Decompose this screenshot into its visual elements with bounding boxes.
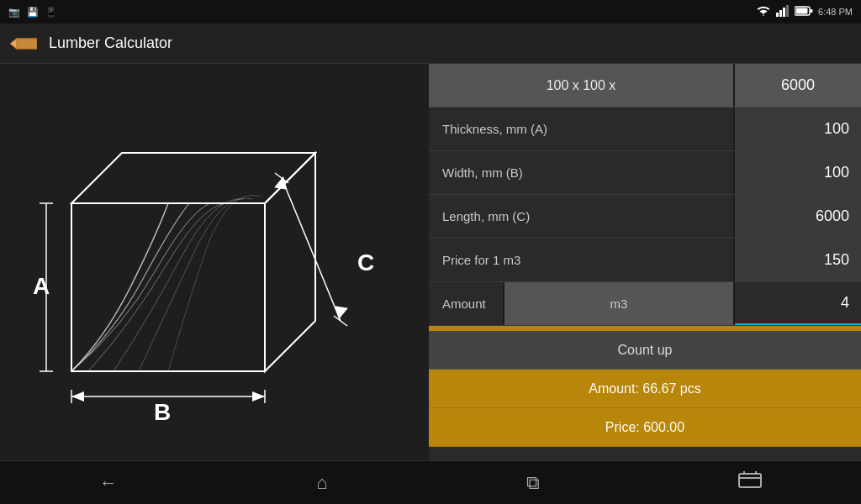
dimension-label: 100 x 100 x (429, 64, 735, 107)
length-label: Length, mm (C) (429, 195, 735, 238)
svg-rect-30 (739, 474, 761, 487)
status-right: 6:48 PM (756, 5, 853, 19)
svg-rect-0 (776, 13, 779, 17)
width-value[interactable]: 100 (735, 151, 861, 194)
thickness-row: Thickness, mm (A) 100 (429, 108, 861, 151)
price-value[interactable]: 150 (735, 239, 861, 281)
signal-icon (776, 5, 790, 19)
price-row: Price for 1 m3 150 (429, 239, 861, 282)
price-label: Price for 1 m3 (429, 239, 735, 281)
amount-value[interactable]: 4 (735, 282, 861, 325)
wifi-icon (756, 5, 771, 19)
screenshot-button[interactable] (738, 471, 762, 495)
length-row: Length, mm (C) 6000 (429, 195, 861, 239)
svg-rect-5 (811, 9, 813, 13)
amount-label: Amount (429, 282, 504, 325)
lumber-svg: A B C (21, 102, 408, 422)
svg-text:B: B (154, 399, 171, 422)
lumber-icon (10, 35, 37, 52)
status-bar: 📷 💾 📱 6:48 PM (0, 0, 861, 24)
length-value[interactable]: 6000 (735, 195, 861, 238)
svg-marker-8 (10, 38, 17, 49)
thickness-label: Thickness, mm (A) (429, 108, 735, 150)
back-button[interactable]: ← (99, 472, 118, 494)
svg-text:A: A (33, 273, 50, 299)
notification-icon-1: 📷 (8, 7, 20, 18)
result-price: Price: 600.00 (429, 408, 861, 447)
width-row: Width, mm (B) 100 (429, 151, 861, 195)
svg-rect-1 (779, 10, 782, 17)
svg-rect-10 (21, 102, 408, 422)
home-button[interactable]: ⌂ (316, 472, 327, 494)
main-content: A B C 100 x 100 x 6000 (0, 64, 861, 460)
svg-rect-6 (796, 8, 808, 13)
amount-unit-selector[interactable]: m3 (504, 282, 735, 325)
diagram-area: A B C (0, 64, 429, 460)
status-left: 📷 💾 📱 (8, 7, 57, 18)
svg-text:C: C (357, 249, 374, 276)
recents-button[interactable]: ⧉ (526, 472, 540, 494)
result-amount: Amount: 66.67 pcs (429, 370, 861, 408)
thickness-value[interactable]: 100 (735, 108, 861, 150)
svg-rect-2 (783, 8, 785, 17)
width-label: Width, mm (B) (429, 151, 735, 194)
battery-icon (795, 6, 813, 18)
count-up-button[interactable]: Count up (429, 331, 861, 370)
dimension-summary-row: 100 x 100 x 6000 (429, 64, 861, 108)
notification-icon-2: 💾 (27, 7, 39, 18)
time-display: 6:48 PM (818, 7, 853, 17)
amount-row: Amount m3 4 (429, 282, 861, 326)
dimension-length: 6000 (735, 64, 861, 107)
app-title: Lumber Calculator (49, 34, 172, 52)
calc-panel: 100 x 100 x 6000 Thickness, mm (A) 100 W… (429, 64, 861, 460)
notification-icon-3: 📱 (45, 7, 57, 18)
svg-rect-3 (786, 5, 789, 17)
nav-bar: ← ⌂ ⧉ (0, 460, 861, 504)
title-bar: Lumber Calculator (0, 24, 861, 64)
